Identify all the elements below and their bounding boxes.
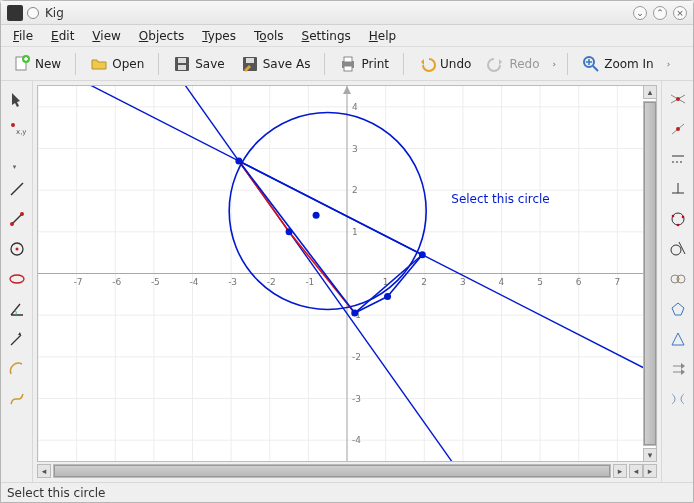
svg-line-20 (11, 335, 21, 345)
save-button[interactable]: Save (167, 52, 230, 76)
svg-point-105 (676, 278, 679, 281)
svg-point-86 (419, 251, 426, 258)
undo-button[interactable]: Undo (412, 52, 477, 76)
svg-text:3: 3 (460, 277, 466, 287)
new-button[interactable]: New (7, 52, 67, 76)
svg-point-98 (671, 215, 674, 218)
menu-settings[interactable]: Settings (294, 27, 359, 45)
svg-rect-8 (344, 57, 352, 62)
scroll-left2-arrow[interactable]: ◂ (629, 464, 643, 478)
svg-text:6: 6 (576, 277, 582, 287)
svg-rect-6 (246, 58, 254, 63)
svg-text:2: 2 (421, 277, 427, 287)
menu-objects[interactable]: Objects (131, 27, 192, 45)
tool-conic[interactable] (5, 267, 29, 291)
menu-view[interactable]: View (84, 27, 128, 45)
vscroll-track[interactable] (643, 101, 657, 446)
tool-midpoint[interactable] (666, 117, 690, 141)
new-label: New (35, 57, 61, 71)
svg-point-100 (676, 224, 679, 227)
scroll-down-arrow[interactable]: ▾ (643, 448, 657, 462)
menu-help[interactable]: Help (361, 27, 404, 45)
saveas-label: Save As (263, 57, 311, 71)
svg-line-102 (679, 242, 685, 254)
toolbar-end-chevron[interactable]: › (664, 59, 674, 69)
left-toolbox: x,y ▾ (1, 81, 33, 482)
svg-text:-3: -3 (352, 394, 361, 404)
print-button[interactable]: Print (333, 52, 395, 76)
svg-text:-5: -5 (151, 277, 160, 287)
open-label: Open (112, 57, 144, 71)
tool-script[interactable] (666, 387, 690, 411)
svg-text:1: 1 (352, 227, 358, 237)
maximize-button[interactable]: ⌃ (653, 6, 667, 20)
menu-tools[interactable]: Tools (246, 27, 292, 45)
tool-transform[interactable] (666, 357, 690, 381)
window-title: Kig (45, 6, 64, 20)
svg-marker-107 (672, 333, 684, 345)
svg-point-101 (671, 245, 681, 255)
open-icon (90, 55, 108, 73)
vscroll-thumb[interactable] (644, 102, 656, 445)
redo-button[interactable]: Redo (481, 52, 545, 76)
save-label: Save (195, 57, 224, 71)
tool-pointer[interactable] (5, 87, 29, 111)
open-button[interactable]: Open (84, 52, 150, 76)
menu-types[interactable]: Types (194, 27, 244, 45)
svg-point-85 (384, 293, 391, 300)
menubar: File Edit View Objects Types Tools Setti… (1, 25, 693, 47)
svg-point-18 (15, 248, 18, 251)
tool-point-coords[interactable]: x,y (5, 117, 29, 141)
svg-text:-2: -2 (352, 352, 361, 362)
zoomin-label: Zoom In (604, 57, 654, 71)
zoomin-icon (582, 55, 600, 73)
svg-rect-9 (344, 66, 352, 71)
tool-intersection[interactable] (666, 87, 690, 111)
svg-marker-106 (672, 303, 684, 315)
window-menu-icon[interactable] (27, 7, 39, 19)
tool-vector[interactable] (5, 327, 29, 351)
tool-tangent[interactable] (666, 237, 690, 261)
tool-perpendicular[interactable] (666, 177, 690, 201)
menu-edit[interactable]: Edit (43, 27, 82, 45)
tool-arc[interactable] (5, 357, 29, 381)
tool-segment[interactable] (5, 207, 29, 231)
svg-line-76 (239, 161, 422, 255)
tool-locus[interactable] (666, 267, 690, 291)
tool-triangle[interactable] (666, 327, 690, 351)
hscroll-track[interactable] (53, 464, 611, 478)
tool-circle3pts[interactable] (666, 207, 690, 231)
scroll-left-arrow[interactable]: ◂ (37, 464, 51, 478)
tool-line[interactable] (5, 177, 29, 201)
tool-parallel[interactable] (666, 147, 690, 171)
svg-point-11 (11, 123, 15, 127)
titlebar: Kig ⌄ ⌃ × (1, 1, 693, 25)
vertical-scrollbar[interactable]: ▴ ▾ (643, 85, 657, 462)
tool-polygon[interactable] (666, 297, 690, 321)
svg-line-14 (12, 214, 22, 224)
zoomin-button[interactable]: Zoom In (576, 52, 660, 76)
menu-file[interactable]: File (5, 27, 41, 45)
scroll-right-arrow[interactable]: ▸ (613, 464, 627, 478)
tool-angle[interactable] (5, 297, 29, 321)
content-area: x,y ▾ -7-6-5-4-3-2-11234567-4-3-2-11234S… (1, 81, 693, 482)
toolbar-overflow-chevron[interactable]: › (550, 59, 560, 69)
tool-circle-center[interactable] (5, 237, 29, 261)
svg-text:Select this circle: Select this circle (451, 192, 549, 206)
saveas-button[interactable]: Save As (235, 52, 317, 76)
minimize-button[interactable]: ⌄ (633, 6, 647, 20)
scroll-right2-arrow[interactable]: ▸ (643, 464, 657, 478)
svg-text:-6: -6 (112, 277, 121, 287)
svg-point-16 (20, 212, 24, 216)
horizontal-scrollbar[interactable]: ◂ ▸ ◂ ▸ (37, 464, 657, 478)
tool-points-chevron[interactable]: ▾ (5, 147, 29, 171)
svg-text:2: 2 (352, 185, 358, 195)
close-button[interactable]: × (673, 6, 687, 20)
drawing-canvas[interactable]: -7-6-5-4-3-2-11234567-4-3-2-11234Select … (37, 85, 657, 462)
tool-bezier[interactable] (5, 387, 29, 411)
svg-point-90 (676, 97, 680, 101)
scroll-up-arrow[interactable]: ▴ (643, 85, 657, 99)
app-window: Kig ⌄ ⌃ × File Edit View Objects Types T… (0, 0, 694, 503)
hscroll-thumb[interactable] (54, 465, 610, 477)
svg-text:5: 5 (537, 277, 543, 287)
